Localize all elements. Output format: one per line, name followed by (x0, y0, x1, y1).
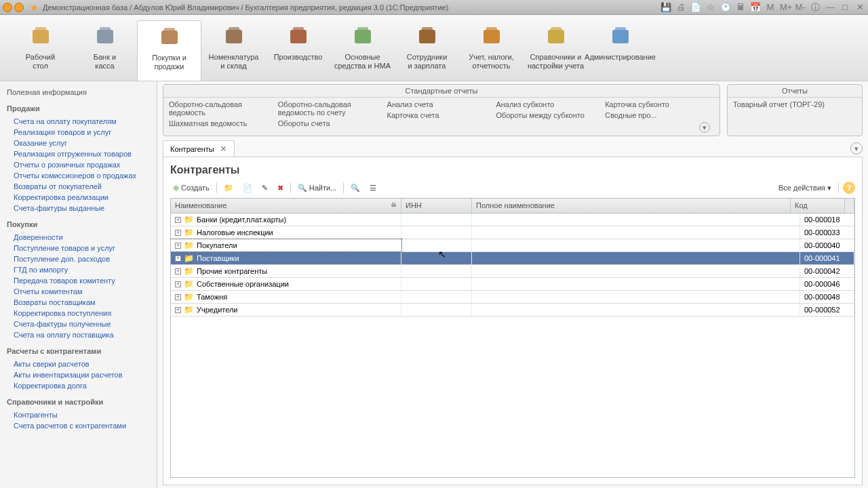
tab-counterparties[interactable]: Контрагенты ✕ (163, 140, 235, 157)
table-body[interactable]: ↖ +📁Банки (кредит,плат.карты)00-000018+📁… (171, 214, 854, 477)
help-button[interactable]: ? (843, 182, 855, 194)
history-icon[interactable]: 🕐 (720, 2, 731, 13)
sidebar-link[interactable]: Реализация товаров и услуг (7, 127, 150, 138)
fav-icon[interactable]: ☆ (705, 2, 716, 13)
print-icon[interactable]: 🖨 (675, 2, 686, 13)
create-button[interactable]: ⊕ Создать (170, 182, 212, 194)
find-button[interactable]: 🔍 Найти... (295, 182, 340, 194)
report-link[interactable]: Обороты счета (278, 118, 387, 129)
table-row[interactable]: +📁Таможня00-000048 (171, 291, 854, 304)
table-row[interactable]: +📁Банки (кредит,плат.карты)00-000018 (171, 214, 854, 226)
section-2[interactable]: Покупки ипродажи (137, 20, 201, 81)
table-row[interactable]: +📁Учредители00-000052 (171, 304, 854, 317)
list-icon: ☰ (370, 184, 376, 192)
report-link[interactable]: Карточка субконто (605, 99, 714, 110)
sidebar-link[interactable]: Корректировка долга (7, 380, 150, 391)
report-link[interactable]: Оборотно-сальдовая ведомость (169, 99, 278, 118)
table-row[interactable]: +📁Прочие контрагенты00-000042 (171, 265, 854, 278)
close-icon[interactable]: ✕ (854, 2, 865, 13)
expand-icon[interactable]: + (175, 230, 181, 236)
calendar-icon[interactable]: 📅 (750, 2, 761, 13)
table-row[interactable]: +📁Покупатели00-000040 (171, 239, 854, 252)
report-link[interactable]: Карточка счета (387, 110, 496, 121)
table-row[interactable]: +📁Налоговые инспекции00-000033 (171, 226, 854, 239)
doc-icon[interactable]: 📄 (690, 2, 701, 13)
expand-icon[interactable]: + (175, 307, 181, 313)
sidebar-link[interactable]: Передача товаров комитенту (7, 275, 150, 286)
section-4[interactable]: Производство (266, 20, 330, 81)
col-code[interactable]: Код (791, 199, 845, 213)
section-0[interactable]: Рабочийстол (8, 20, 73, 81)
sidebar-link[interactable]: Поступление доп. расходов (7, 253, 150, 264)
sidebar-link[interactable]: Акты сверки расчетов (7, 359, 150, 369)
calc-icon[interactable]: 🖩 (735, 2, 746, 13)
expand-icon[interactable]: + (175, 268, 181, 274)
save-icon[interactable]: 💾 (660, 2, 671, 13)
expand-icon[interactable]: + (175, 281, 181, 287)
tabs-dropdown-icon[interactable]: ▾ (850, 142, 863, 155)
m-minus-icon[interactable]: M- (795, 2, 806, 13)
sidebar-link[interactable]: Счета-фактуры полученные (7, 319, 150, 329)
delete-button[interactable]: ✖ (275, 182, 286, 194)
list-mode-button[interactable]: ☰ (367, 182, 379, 194)
m-icon[interactable]: M (765, 2, 776, 13)
section-5[interactable]: Основныесредства и НМА (330, 20, 395, 81)
sidebar-link[interactable]: Отчеты комитентам (7, 286, 150, 297)
report-link[interactable]: Анализ субконто (496, 99, 605, 110)
report-link[interactable]: Анализ счета (387, 99, 496, 110)
new-folder-button[interactable]: 📁 (221, 182, 236, 194)
expand-icon[interactable]: + (175, 217, 181, 223)
col-name[interactable]: Наименование≞ (171, 199, 401, 213)
sidebar-link[interactable]: Счета на оплату покупателям (7, 116, 150, 127)
sidebar-link[interactable]: Поступление товаров и услуг (7, 243, 150, 253)
sidebar-link[interactable]: Счета-фактуры выданные (7, 203, 150, 214)
section-8[interactable]: Справочники инастройки учета (524, 20, 588, 81)
expand-icon[interactable]: + (175, 243, 181, 249)
section-icon-5 (349, 23, 376, 50)
section-1[interactable]: Банк икасса (73, 20, 137, 81)
sidebar-link[interactable]: Счета расчетов с контрагентами (7, 420, 150, 431)
sidebar-link[interactable]: Акты инвентаризации расчетов (7, 369, 150, 380)
table-row[interactable]: +📁Собственные организации00-000046 (171, 278, 854, 291)
edit-button[interactable]: ✎ (259, 182, 271, 194)
m-plus-icon[interactable]: M+ (780, 2, 791, 13)
sidebar-link[interactable]: Отчеты комиссионеров о продажах (7, 170, 150, 181)
minimize-icon[interactable]: — (825, 2, 835, 13)
sidebar-link[interactable]: Реализация отгруженных товаров (7, 148, 150, 159)
section-3[interactable]: Номенклатураи склад (201, 20, 266, 81)
sidebar-link[interactable]: Корректировка поступления (7, 308, 150, 319)
report-link[interactable]: Оборотно-сальдовая ведомость по счету (278, 99, 387, 118)
section-7[interactable]: Учет, налоги,отчетность (459, 20, 524, 81)
window-menu-icon[interactable] (14, 3, 24, 12)
info-icon[interactable]: ⓘ (810, 2, 821, 13)
maximize-icon[interactable]: □ (840, 2, 850, 13)
sidebar-link[interactable]: Доверенности (7, 232, 150, 243)
pencil-icon: ✎ (262, 184, 268, 192)
table-row[interactable]: +📁Поставщики00-000041 (171, 252, 854, 265)
col-fullname[interactable]: Полное наименование (472, 199, 791, 213)
sidebar-link[interactable]: Контрагенты (7, 409, 150, 420)
star-icon[interactable]: ★ (30, 2, 39, 13)
expand-icon[interactable]: + (175, 294, 181, 300)
cancel-search-button[interactable]: 🔍 (348, 182, 363, 194)
all-actions-button[interactable]: Все действия ▾ (776, 182, 834, 194)
sidebar-link[interactable]: ГТД по импорту (7, 264, 150, 275)
reports-expand-icon[interactable]: ▾ (699, 122, 710, 133)
report-link[interactable]: Товарный отчет (ТОРГ-29) (733, 99, 825, 110)
sidebar-link[interactable]: Счета на оплату поставщика (7, 329, 150, 340)
sidebar-link[interactable]: Отчеты о розничных продажах (7, 159, 150, 170)
sidebar-link[interactable]: Корректировка реализации (7, 192, 150, 203)
section-6[interactable]: Сотрудникии зарплата (395, 20, 459, 81)
sidebar-link[interactable]: Возвраты от покупателей (7, 181, 150, 192)
expand-icon[interactable]: + (175, 256, 181, 262)
sidebar-link[interactable]: Оказание услуг (7, 138, 150, 148)
report-link[interactable]: Шахматная ведомость (169, 118, 278, 129)
section-9[interactable]: Администрирование (588, 20, 652, 81)
report-link[interactable]: Сводные про... (605, 110, 714, 121)
col-inn[interactable]: ИНН (401, 199, 472, 213)
sidebar-link[interactable]: Возвраты поставщикам (7, 297, 150, 308)
report-link[interactable]: Обороты между субконто (496, 110, 605, 121)
tab-close-icon[interactable]: ✕ (220, 144, 227, 154)
copy-button[interactable]: 📄 (240, 182, 255, 194)
sidebar-info-link[interactable]: Полезная информация (7, 87, 150, 98)
